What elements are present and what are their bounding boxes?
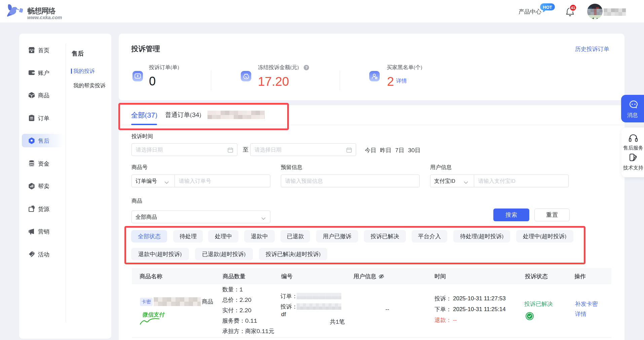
- svg-text:HOT: HOT: [543, 5, 552, 10]
